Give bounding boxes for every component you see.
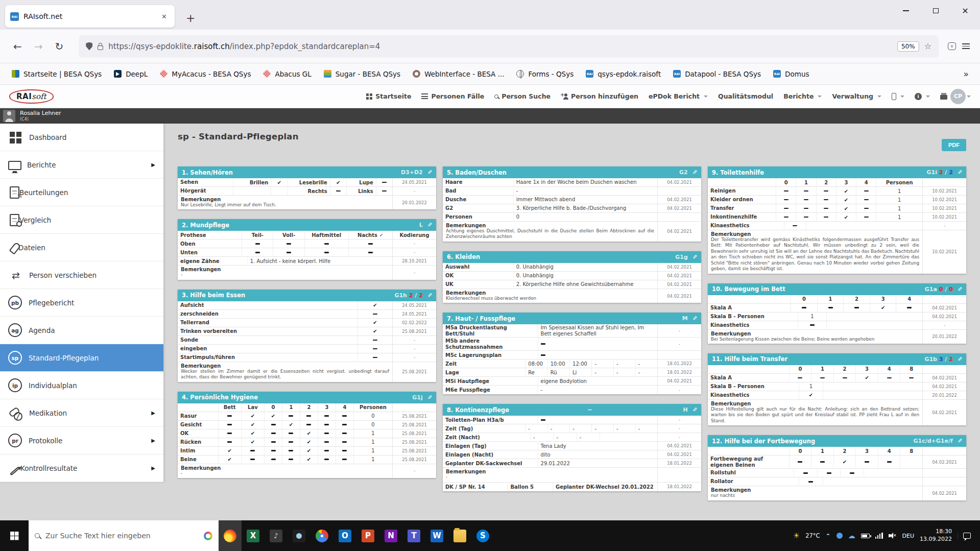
taskbar-app-firefox[interactable] xyxy=(219,520,242,551)
edit-pencil-icon[interactable]: ✎ xyxy=(692,254,697,260)
sidebar-item-pflegebericht[interactable]: pbPflegebericht xyxy=(0,289,163,317)
dash-glyph xyxy=(324,450,329,451)
edit-pencil-icon[interactable]: ✎ xyxy=(692,169,697,176)
sidebar-item-person-verschieben[interactable]: ⇄Person verschieben xyxy=(0,261,163,289)
column-header: 3 xyxy=(870,295,896,303)
cell: Lupe xyxy=(346,178,376,186)
new-tab-button[interactable]: + xyxy=(182,12,199,25)
bookmark-star-icon[interactable]: ☆ xyxy=(924,41,931,51)
bookmark-item-abacus-gl[interactable]: Abacus GL xyxy=(258,67,316,81)
bookmark-item-myacacus-besa-qsys[interactable]: MyAcacus - BESA QSys xyxy=(155,67,255,81)
table-row: M6e Fusspflege-- xyxy=(443,386,701,394)
taskbar-app-powerpoint[interactable]: P xyxy=(356,520,379,551)
taskbar-search[interactable]: Zur Suche Text hier eingeben xyxy=(29,520,219,551)
dash-icon xyxy=(318,421,336,429)
sidebar-item-protokolle[interactable]: prProtokolle▶ xyxy=(0,427,163,454)
edit-pencil-icon[interactable]: ✎ xyxy=(958,438,962,444)
sidebar-item-vergleich[interactable]: Vergleich xyxy=(0,206,163,234)
edit-pencil-icon[interactable]: ✎ xyxy=(692,406,697,413)
taskbar-app-chrome[interactable] xyxy=(310,520,333,551)
weather-sun-icon[interactable]: ☀ xyxy=(793,531,800,540)
taskbar-app-camera[interactable] xyxy=(288,520,310,551)
teams-status-icon[interactable] xyxy=(836,533,843,539)
user-avatar[interactable]: CP xyxy=(950,89,966,104)
dash-icon xyxy=(817,304,844,312)
url-bar[interactable]: https://qsys-epdoklite.raisoft.ch/index.… xyxy=(79,35,939,58)
edit-pencil-icon[interactable]: ✎ xyxy=(958,169,962,176)
window-maximize-button[interactable] xyxy=(921,0,950,21)
sidebar-item-agenda[interactable]: agAgenda xyxy=(0,317,163,344)
window-minimize-button[interactable] xyxy=(891,0,921,21)
tray-expand-icon[interactable]: ⌃ xyxy=(826,533,831,540)
sidebar-item-medikation[interactable]: Medikation▶ xyxy=(0,399,163,427)
bookmark-item-datapool-besa-qsys[interactable]: Datapool - BESA QSys xyxy=(668,67,766,81)
raisoft-logo[interactable]: RAIsoft xyxy=(9,89,54,104)
reload-button[interactable]: ↻ xyxy=(49,37,70,56)
taskbar-app-outlook[interactable]: O xyxy=(333,520,356,551)
taskbar-app-excel[interactable]: X xyxy=(242,520,265,551)
shield-icon[interactable] xyxy=(86,42,92,51)
toolbar-info-button[interactable]: i xyxy=(915,93,930,100)
column-header: 4 xyxy=(856,178,876,186)
pocket-icon[interactable]: ∨ xyxy=(948,42,956,50)
battery-icon[interactable] xyxy=(861,534,870,538)
start-button[interactable] xyxy=(0,520,29,551)
browser-tab[interactable]: RAI RAIsoft.net ✕ xyxy=(5,5,175,28)
volume-muted-icon[interactable]: ✕ xyxy=(889,533,897,539)
tab-close-icon[interactable]: ✕ xyxy=(159,11,170,22)
temperature[interactable]: 27°C xyxy=(805,532,820,539)
taskbar-app-teams[interactable]: T xyxy=(402,520,425,551)
bookmark-item-qsys-epdok-raisoft[interactable]: qsys-epdok.raisoft xyxy=(581,67,665,81)
window-close-button[interactable]: ✕ xyxy=(950,0,980,21)
nav-item-person-hinzufügen[interactable]: Person hinzufügen xyxy=(561,92,638,100)
taskbar-app-skype[interactable]: S xyxy=(471,520,494,551)
nav-item-epdok-bericht[interactable]: ePDok Bericht xyxy=(649,92,708,100)
nav-item-verwaltung[interactable]: Verwaltung xyxy=(832,92,881,100)
sidebar-item-standard-pflegeplan[interactable]: spStandard-Pflegeplan xyxy=(0,344,163,372)
sidebar-item-berichte[interactable]: Berichte▶ xyxy=(0,151,163,179)
zoom-level-badge[interactable]: 50% xyxy=(897,41,919,52)
edit-pencil-icon[interactable]: ✎ xyxy=(427,292,432,299)
edit-pencil-icon[interactable]: ✎ xyxy=(692,315,697,322)
nav-item-qualitätsmodul[interactable]: Qualitätsmodul xyxy=(718,92,773,100)
clock[interactable]: 18:30 13.09.2022 xyxy=(920,528,952,543)
taskbar-app-word[interactable]: W xyxy=(425,520,448,551)
sidebar-item-beurteilungen[interactable]: Beurteilungen xyxy=(0,179,163,206)
bookmark-item-sugar-besa-qsys[interactable]: Sugar - BESA QSys xyxy=(319,67,405,81)
edit-pencil-icon[interactable]: ✎ xyxy=(427,394,432,401)
edit-pencil-icon[interactable]: ✎ xyxy=(958,286,962,293)
nav-item-personen-fälle[interactable]: Personen Fälle xyxy=(421,92,484,100)
bookmark-item-forms-qsys[interactable]: Forms - QSys xyxy=(512,67,578,81)
forward-button[interactable]: → xyxy=(28,37,49,56)
keyboard-language[interactable]: DEU xyxy=(902,533,914,539)
bookmark-item-webinterface-besa[interactable]: WebInterface - BESA ... xyxy=(408,67,509,81)
bookmark-item-deepl[interactable]: DeepL xyxy=(109,67,152,81)
nav-item-person-suche[interactable]: Person Suche xyxy=(494,92,551,100)
toolbar-device-button[interactable] xyxy=(892,93,904,100)
network-icon[interactable] xyxy=(875,533,883,539)
table-row: Aufsicht✔24.05.2021 xyxy=(178,301,436,310)
sidebar-item-individualplan[interactable]: ipIndividualplan xyxy=(0,372,163,399)
menu-icon[interactable] xyxy=(962,43,970,49)
nav-item-startseite[interactable]: Startseite xyxy=(366,92,411,100)
onedrive-icon[interactable]: ☁ xyxy=(848,532,855,540)
taskbar-app-explorer[interactable] xyxy=(448,520,471,551)
nav-item-berichte[interactable]: Berichte xyxy=(783,92,822,100)
taskbar-app-audio[interactable]: ♪ xyxy=(265,520,288,551)
remarks-text: Diese Hilfestellung gilt auch nur für di… xyxy=(711,406,919,424)
edit-pencil-icon[interactable]: ✎ xyxy=(958,356,962,363)
bookmarks-overflow-icon[interactable]: » xyxy=(960,69,973,79)
sidebar-item-kontrollresultate[interactable]: Kontrollresultate▶ xyxy=(0,454,163,482)
bookmark-item-domus[interactable]: Domus xyxy=(769,67,814,81)
back-button[interactable]: ← xyxy=(7,37,28,56)
bookmark-item-startseite-besa-qsys[interactable]: Startseite | BESA QSys xyxy=(7,67,106,81)
pdf-button[interactable]: PDF xyxy=(942,139,966,151)
edit-pencil-icon[interactable]: ✎ xyxy=(427,169,432,176)
action-center-button[interactable] xyxy=(958,533,976,539)
toolbar-printer-button[interactable] xyxy=(940,93,947,100)
taskbar-app-onenote[interactable]: N xyxy=(379,520,402,551)
lock-icon[interactable] xyxy=(98,45,103,50)
sidebar-item-dateien[interactable]: Dateien xyxy=(0,234,163,261)
edit-pencil-icon[interactable]: ✎ xyxy=(427,222,432,228)
sidebar-item-dashboard[interactable]: Dashboard xyxy=(0,124,163,151)
